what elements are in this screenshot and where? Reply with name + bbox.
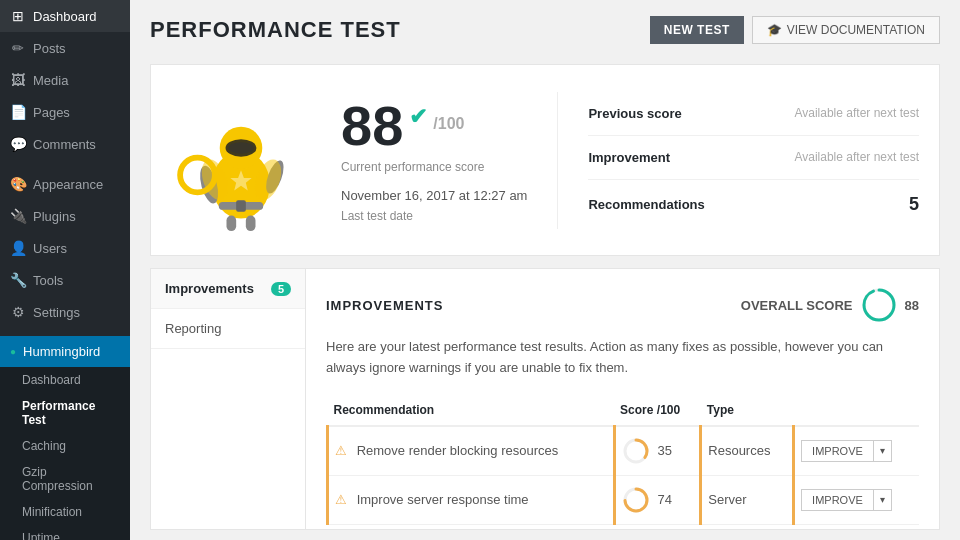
tools-icon: 🔧 xyxy=(10,272,26,288)
sidebar: ⊞ Dashboard ✏ Posts 🖼 Media 📄 Pages 💬 Co… xyxy=(0,0,130,540)
main-content: PERFORMANCE TEST NEW TEST 🎓 VIEW DOCUMEN… xyxy=(130,0,960,540)
header-buttons: NEW TEST 🎓 VIEW DOCUMENTATION xyxy=(650,16,940,44)
panel-header: IMPROVEMENTS OVERALL SCORE 88 xyxy=(326,287,919,323)
table-row: ⚠ Improve server response time 74 xyxy=(328,475,920,524)
rec-action: IMPROVE ▾ xyxy=(794,426,919,476)
score-date-label: Last test date xyxy=(341,209,527,223)
col-score: Score /100 xyxy=(614,395,701,426)
plugins-icon: 🔌 xyxy=(10,208,26,224)
svg-rect-9 xyxy=(227,215,237,230)
settings-icon: ⚙ xyxy=(10,304,26,320)
score-circle-2 xyxy=(622,486,650,514)
overall-score: OVERALL SCORE 88 xyxy=(741,287,919,323)
rec-type: Resources xyxy=(701,426,794,476)
svg-rect-10 xyxy=(246,215,256,230)
view-docs-button[interactable]: 🎓 VIEW DOCUMENTATION xyxy=(752,16,940,44)
improve-dropdown-arrow[interactable]: ▾ xyxy=(874,440,892,462)
stat-previous-score: Previous score Available after next test xyxy=(588,92,919,136)
sidebar-item-gzip[interactable]: Gzip Compression xyxy=(0,459,130,499)
sidebar-item-pages[interactable]: 📄 Pages xyxy=(0,96,130,128)
col-type: Type xyxy=(701,395,794,426)
graduation-icon: 🎓 xyxy=(767,23,782,37)
hummingbird-header[interactable]: ● Hummingbird xyxy=(0,336,130,367)
mascot-area xyxy=(171,85,311,235)
hummingbird-section: ● Hummingbird Dashboard Performance Test… xyxy=(0,336,130,540)
sidebar-item-tools[interactable]: 🔧 Tools xyxy=(0,264,130,296)
improve-button-group: IMPROVE ▾ xyxy=(801,440,913,462)
col-recommendation: Recommendation xyxy=(328,395,615,426)
sidebar-item-users[interactable]: 👤 Users xyxy=(0,232,130,264)
improve-button-2[interactable]: IMPROVE xyxy=(801,489,874,511)
svg-point-3 xyxy=(228,142,253,154)
users-icon: 👤 xyxy=(10,240,26,256)
rec-score: 35 xyxy=(614,426,701,476)
panel-description: Here are your latest performance test re… xyxy=(326,337,919,379)
improve-button-group-2: IMPROVE ▾ xyxy=(801,489,913,511)
sidebar-item-hb-dashboard[interactable]: Dashboard xyxy=(0,367,130,393)
sidebar-item-appearance[interactable]: 🎨 Appearance xyxy=(0,168,130,200)
col-action xyxy=(794,395,919,426)
media-icon: 🖼 xyxy=(10,72,26,88)
content-area: 88 ✔ /100 Current performance score Nove… xyxy=(130,54,960,540)
comments-icon: 💬 xyxy=(10,136,26,152)
tab-reporting[interactable]: Reporting xyxy=(151,309,305,349)
svg-point-15 xyxy=(864,290,894,320)
panel-title: IMPROVEMENTS xyxy=(326,298,443,313)
rec-score: 74 xyxy=(614,475,701,524)
score-stats: Previous score Available after next test… xyxy=(557,92,919,229)
rec-type: Server xyxy=(701,475,794,524)
appearance-icon: 🎨 xyxy=(10,176,26,192)
table-row: ⚠ Remove render blocking resources 35 xyxy=(328,426,920,476)
sidebar-item-minification[interactable]: Minification xyxy=(0,499,130,525)
warning-icon: ⚠ xyxy=(335,443,347,458)
sidebar-item-plugins[interactable]: 🔌 Plugins xyxy=(0,200,130,232)
stat-recommendations: Recommendations 5 xyxy=(588,180,919,229)
posts-icon: ✏ xyxy=(10,40,26,56)
score-circle xyxy=(622,437,650,465)
bottom-section: Improvements 5 Reporting IMPROVEMENTS OV… xyxy=(150,268,940,530)
recommendations-table: Recommendation Score /100 Type ⚠ Remove … xyxy=(326,395,919,525)
warning-icon: ⚠ xyxy=(335,492,347,507)
dashboard-icon: ⊞ xyxy=(10,8,26,24)
stat-improvement: Improvement Available after next test xyxy=(588,136,919,180)
improvements-badge: 5 xyxy=(271,282,291,296)
sidebar-item-media[interactable]: 🖼 Media xyxy=(0,64,130,96)
check-icon: ✔ xyxy=(409,106,427,128)
improve-dropdown-arrow-2[interactable]: ▾ xyxy=(874,489,892,511)
score-date: November 16, 2017 at 12:27 am xyxy=(341,188,527,203)
page-title: PERFORMANCE TEST xyxy=(150,17,401,43)
sidebar-item-settings[interactable]: ⚙ Settings xyxy=(0,296,130,328)
sidebar-item-dashboard[interactable]: ⊞ Dashboard xyxy=(0,0,130,32)
hummingbird-icon: ● xyxy=(10,346,16,357)
mascot-image xyxy=(176,88,306,233)
rec-name: ⚠ Remove render blocking resources xyxy=(328,426,615,476)
sidebar-item-caching[interactable]: Caching xyxy=(0,433,130,459)
new-test-button[interactable]: NEW TEST xyxy=(650,16,744,44)
rec-action: IMPROVE ▾ xyxy=(794,475,919,524)
tab-improvements[interactable]: Improvements 5 xyxy=(151,269,305,309)
sidebar-item-uptime[interactable]: Uptime xyxy=(0,525,130,540)
svg-rect-8 xyxy=(236,200,246,212)
improve-button[interactable]: IMPROVE xyxy=(801,440,874,462)
score-card: 88 ✔ /100 Current performance score Nove… xyxy=(150,64,940,256)
page-header: PERFORMANCE TEST NEW TEST 🎓 VIEW DOCUMEN… xyxy=(130,0,960,54)
left-tabs: Improvements 5 Reporting xyxy=(151,269,306,529)
score-section: 88 ✔ /100 Current performance score Nove… xyxy=(341,98,527,223)
sidebar-item-comments[interactable]: 💬 Comments xyxy=(0,128,130,160)
score-label: Current performance score xyxy=(341,160,527,174)
score-display: 88 ✔ /100 xyxy=(341,98,527,154)
sidebar-item-posts[interactable]: ✏ Posts xyxy=(0,32,130,64)
overall-score-circle xyxy=(861,287,897,323)
right-panel: IMPROVEMENTS OVERALL SCORE 88 Here are y… xyxy=(306,269,939,529)
sidebar-item-performance-test[interactable]: Performance Test xyxy=(0,393,130,433)
pages-icon: 📄 xyxy=(10,104,26,120)
rec-name: ⚠ Improve server response time xyxy=(328,475,615,524)
